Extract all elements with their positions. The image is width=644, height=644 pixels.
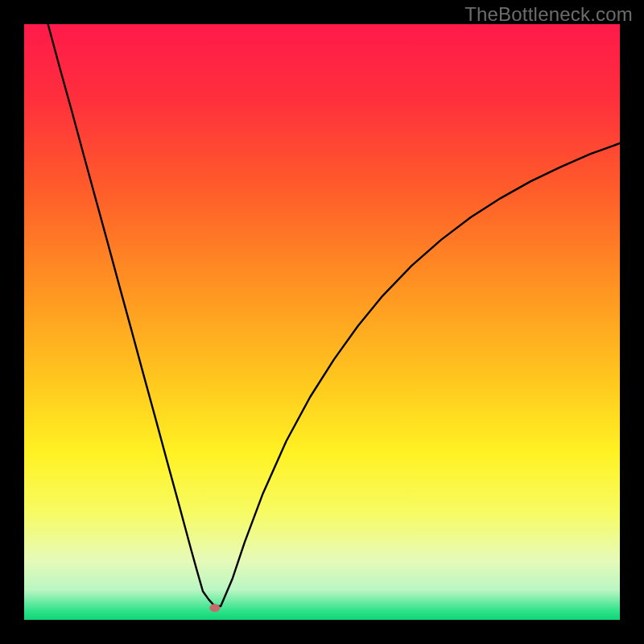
chart-frame: TheBottleneck.com xyxy=(0,0,644,644)
marker-dot xyxy=(209,604,220,612)
chart-svg xyxy=(24,24,620,620)
plot-area xyxy=(24,24,620,620)
watermark-text: TheBottleneck.com xyxy=(464,3,633,26)
chart-background xyxy=(24,24,620,620)
